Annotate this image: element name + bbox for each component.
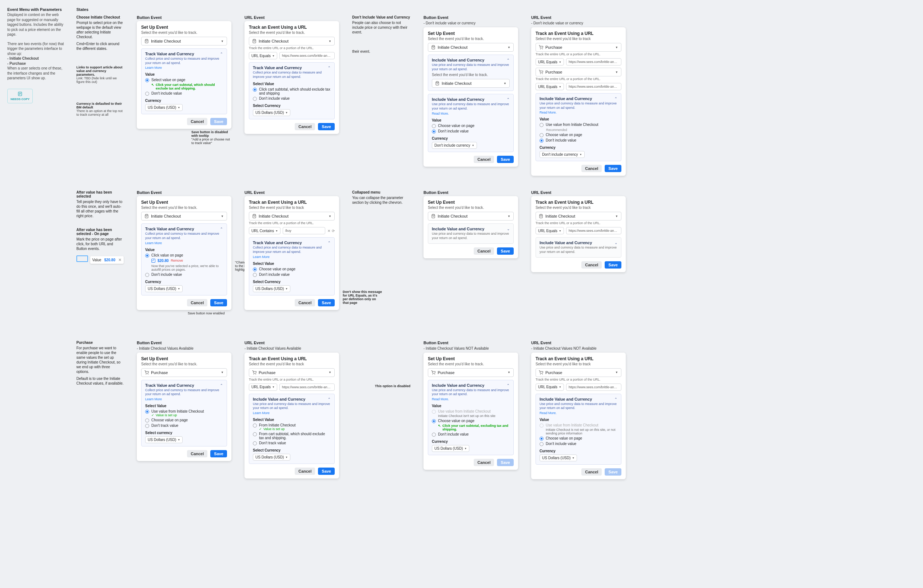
event-select[interactable]: Purchase ▼ (535, 43, 621, 52)
event-select[interactable]: Initiate Checkout ▼ (141, 37, 227, 46)
radio-choose-on-page[interactable]: Choose value on page (540, 133, 618, 137)
url-input[interactable]: https://www.sees.com/brittle-and-toffee/… (566, 384, 621, 391)
event-select[interactable]: Purchase ▼ (249, 368, 335, 377)
radio-dont-include[interactable]: Don't include value (253, 97, 331, 101)
learn-more-link[interactable]: Learn More (145, 66, 162, 69)
url-input[interactable]: https://www.sees.com/brittle-and-toffee/… (566, 58, 621, 66)
radio-dont-include[interactable]: Don't include value (145, 273, 223, 277)
url-match-select[interactable]: URL Equals▼ (249, 52, 277, 59)
url-input[interactable]: https://www.sees.com/brittle-and-toffee/… (279, 52, 335, 59)
cancel-button[interactable]: Cancel (295, 123, 315, 130)
url-match-select[interactable]: URL Equals▼ (535, 58, 564, 66)
cancel-button[interactable]: Cancel (581, 261, 602, 269)
currency-select[interactable]: US Dollars (USD)▼ (253, 285, 290, 292)
url-match-select[interactable]: URL Equals▼ (535, 83, 564, 90)
radio-dont-track[interactable]: Don't track value (253, 441, 331, 445)
radio-dont-include[interactable]: Don't include value (253, 273, 331, 277)
include-value-collapsed[interactable]: Include Value and Currency⌃ Use price an… (535, 237, 621, 257)
save-button[interactable]: Save (210, 450, 227, 457)
cancel-button[interactable]: Cancel (187, 299, 207, 306)
include-value-collapsed[interactable]: Include Value and Currency⌃ Use price an… (428, 223, 514, 243)
event-select-2[interactable]: Purchase ▼ (535, 68, 621, 76)
cancel-button[interactable]: Cancel (187, 450, 207, 457)
url-input[interactable]: https://www.sees.com/brittle-and-toffee/… (566, 227, 621, 234)
radio-click-cart[interactable]: Click cart subtotal, which should exclud… (253, 87, 331, 95)
radio-from-cart[interactable]: From cart subtotal, which should exclude… (253, 432, 331, 440)
save-button[interactable]: Save (604, 165, 621, 172)
event-select[interactable]: Initiate Checkout ▼ (428, 43, 514, 52)
radio-dont-include[interactable]: Don't include value (540, 138, 618, 143)
url-input[interactable]: https://www.sees.com/brittle-and-toffee/… (566, 83, 621, 90)
radio-choose-on-page[interactable]: Choose value on page (253, 267, 331, 271)
chevron-up-icon[interactable]: ⌃ (220, 52, 223, 56)
save-button[interactable]: Save (604, 261, 621, 269)
url-input[interactable]: https://www.sees.com/brittle-and-toffee/… (279, 384, 335, 391)
event-select[interactable]: Initiate Checkout ▼ (141, 212, 227, 220)
event-select[interactable]: Initiate Checkout ▼ (249, 212, 335, 220)
url-match-select[interactable]: URL Equals▼ (535, 227, 564, 234)
radio-choose-on-page[interactable]: Choose value on page (145, 418, 223, 422)
learn-more-link[interactable]: Learn More (145, 397, 162, 401)
cancel-button[interactable]: Cancel (474, 459, 494, 466)
radio-choose-on-page[interactable]: Choose value on page (432, 124, 510, 128)
currency-select[interactable]: US Dollars (USD)▼ (145, 285, 182, 292)
event-select[interactable]: Initiate Checkout ▼ (535, 212, 621, 220)
chevron-up-icon[interactable]: ⌃ (328, 66, 331, 69)
radio-dont-include[interactable]: Don't include value (145, 91, 223, 96)
save-button[interactable]: Save (497, 247, 514, 255)
save-button[interactable]: Save (210, 299, 227, 306)
radio-use-initiate[interactable]: Use value from Initiate Checkout ✓Value … (145, 409, 223, 417)
save-button[interactable]: Save (318, 299, 335, 306)
cancel-button[interactable]: Cancel (295, 299, 315, 306)
url-input[interactable]: /buy (282, 227, 325, 234)
cancel-button[interactable]: Cancel (474, 156, 494, 163)
radio-use-initiate[interactable]: Use value from Initiate Checkout (540, 123, 618, 127)
event-select[interactable]: Initiate Checkout ▼ (249, 37, 335, 46)
cancel-button[interactable]: Cancel (187, 118, 207, 125)
url-match-select[interactable]: URL Equals▼ (535, 384, 564, 391)
currency-select[interactable]: US Dollars (USD)▼ (145, 104, 182, 111)
clear-icon[interactable]: ✕ (327, 229, 330, 233)
cancel-button[interactable]: Cancel (581, 468, 602, 476)
currency-select[interactable]: Don't include currency▼ (432, 142, 477, 149)
event-select[interactable]: Purchase ▼ (428, 368, 514, 377)
radio-choose-on-page[interactable]: Choose value on page (540, 436, 618, 441)
radio-from-initiate[interactable]: From Initiate Checkout ✓Value is set up (253, 423, 331, 431)
read-more-link[interactable]: Read More. (540, 111, 557, 114)
save-button[interactable]: Save (497, 156, 514, 163)
event-select[interactable]: Purchase ▼ (141, 368, 227, 377)
currency-select[interactable]: US Dollars (USD)▼ (145, 436, 182, 443)
url-match-select[interactable]: URL Equals▼ (249, 384, 277, 391)
currency-select[interactable]: US Dollars (USD)▼ (253, 109, 290, 116)
chevron-up-icon[interactable]: ⌃ (507, 58, 510, 62)
chevron-down-icon[interactable]: ⌃ (507, 227, 510, 231)
currency-select[interactable]: US Dollars (USD)▼ (253, 454, 290, 461)
read-more-link[interactable]: Read More. (432, 112, 449, 115)
save-button[interactable]: Save (318, 123, 335, 130)
currency-select[interactable]: US Dollars (USD)▼ (432, 445, 469, 452)
url-match-select[interactable]: URL Contains▼ (249, 227, 281, 234)
save-button[interactable]: Save (318, 468, 335, 475)
cancel-button[interactable]: Cancel (295, 468, 315, 475)
cancel-button[interactable]: Cancel (581, 165, 602, 172)
radio-click-value[interactable]: Click value on page $20.80 Remove Now th… (145, 253, 223, 271)
radio-choose-on-page[interactable]: Choose value on page ↖ Click your cart s… (432, 419, 510, 431)
radio-dont-include[interactable]: Don't include value (432, 432, 510, 437)
read-more-link[interactable]: Read More. (432, 397, 449, 401)
currency-select[interactable]: US Dollars (USD)▼ (540, 455, 577, 462)
remove-link[interactable]: Remove (171, 259, 183, 262)
radio-dont-include[interactable]: Don't include value (432, 129, 510, 133)
refresh-icon[interactable]: ⟳ (332, 229, 335, 233)
radio-dont-track[interactable]: Don't track value (145, 424, 223, 428)
radio-select-on-page[interactable]: Select value on page ↖ Click your cart s… (145, 78, 223, 90)
learn-more-link[interactable]: Learn More (253, 411, 269, 415)
radio-dont-include[interactable]: Don't include value (540, 442, 618, 446)
close-icon[interactable]: ✕ (118, 258, 122, 262)
event-select-inner[interactable]: Initiate Checkout ▼ (432, 79, 510, 88)
cancel-button[interactable]: Cancel (474, 247, 494, 255)
chevron-down-icon[interactable]: ⌃ (614, 241, 618, 245)
learn-more-link[interactable]: Learn More (145, 241, 162, 245)
read-more-link[interactable]: Read More. (540, 411, 557, 415)
currency-select[interactable]: Don't include currency▼ (540, 151, 585, 158)
event-select[interactable]: Initiate Checkout ▼ (428, 212, 514, 220)
